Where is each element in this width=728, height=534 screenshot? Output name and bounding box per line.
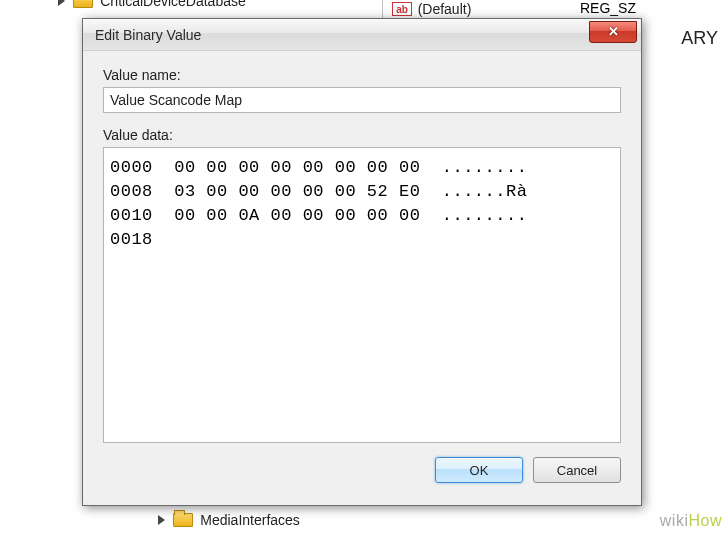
- edit-binary-value-dialog: Edit Binary Value ✕ Value name: Value da…: [82, 18, 642, 506]
- tree-item-bottom: MediaInterfaces: [158, 511, 300, 528]
- dialog-title: Edit Binary Value: [95, 27, 589, 43]
- tree-label-top: CriticalDeviceDatabase: [100, 0, 246, 9]
- watermark-prefix: wiki: [660, 512, 689, 529]
- close-icon: ✕: [608, 24, 619, 39]
- truncated-text-right: ARY: [681, 28, 718, 49]
- cancel-button[interactable]: Cancel: [533, 457, 621, 483]
- value-data-hex-editor[interactable]: 0000 00 00 00 00 00 00 00 00 ........ 00…: [103, 147, 621, 443]
- value-name-input[interactable]: [103, 87, 621, 113]
- dialog-body: Value name: Value data: 0000 00 00 00 00…: [83, 51, 641, 497]
- value-data-label: Value data:: [103, 127, 621, 143]
- value-name-label: Value name:: [103, 67, 621, 83]
- value-name-default: (Default): [418, 1, 472, 17]
- folder-icon: [73, 0, 93, 8]
- watermark-suffix: How: [688, 512, 722, 529]
- chevron-right-icon: [58, 0, 65, 6]
- watermark: wikiHow: [660, 512, 722, 530]
- dialog-button-row: OK Cancel: [103, 457, 621, 483]
- tree-label-bottom: MediaInterfaces: [200, 512, 300, 528]
- string-value-icon: [392, 2, 412, 16]
- value-type-default: REG_SZ: [580, 0, 636, 16]
- value-row-default: (Default): [392, 0, 471, 17]
- chevron-right-icon: [158, 515, 165, 525]
- column-divider: [382, 0, 383, 20]
- dialog-titlebar[interactable]: Edit Binary Value ✕: [83, 19, 641, 51]
- close-button[interactable]: ✕: [589, 21, 637, 43]
- folder-icon: [173, 513, 193, 527]
- ok-button[interactable]: OK: [435, 457, 523, 483]
- tree-item-top: CriticalDeviceDatabase: [58, 0, 246, 9]
